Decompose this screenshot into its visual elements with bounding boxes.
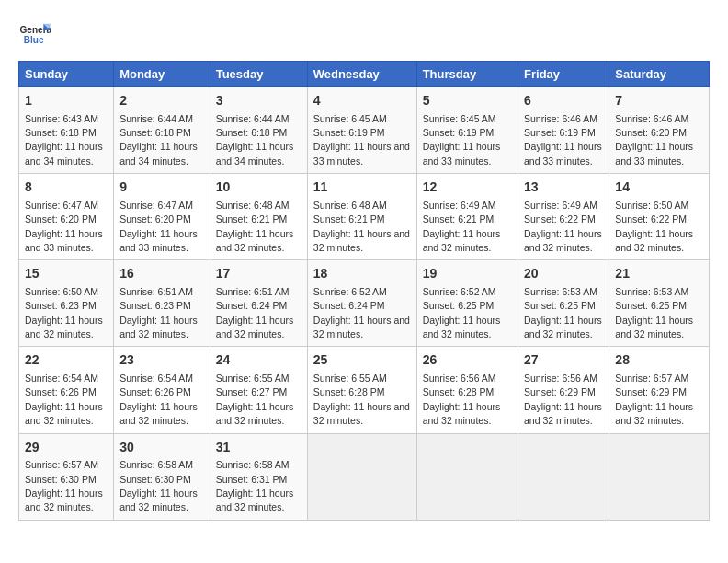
calendar-cell: 5Sunrise: 6:45 AMSunset: 6:19 PMDaylight…	[416, 87, 518, 174]
calendar-cell	[416, 433, 518, 520]
calendar-cell: 18Sunrise: 6:52 AMSunset: 6:24 PMDayligh…	[307, 260, 416, 347]
day-info: Sunrise: 6:50 AMSunset: 6:22 PMDaylight:…	[615, 200, 693, 253]
day-info: Sunrise: 6:48 AMSunset: 6:21 PMDaylight:…	[216, 200, 294, 253]
calendar-cell: 19Sunrise: 6:52 AMSunset: 6:25 PMDayligh…	[416, 260, 518, 347]
calendar-cell: 10Sunrise: 6:48 AMSunset: 6:21 PMDayligh…	[210, 174, 307, 260]
calendar-body: 1Sunrise: 6:43 AMSunset: 6:18 PMDaylight…	[19, 87, 710, 521]
day-info: Sunrise: 6:44 AMSunset: 6:18 PMDaylight:…	[119, 113, 198, 167]
calendar-cell: 14Sunrise: 6:50 AMSunset: 6:22 PMDayligh…	[609, 174, 710, 260]
day-info: Sunrise: 6:43 AMSunset: 6:18 PMDaylight:…	[25, 113, 103, 167]
calendar-table: Sunday Monday Tuesday Wednesday Thursday…	[18, 61, 710, 521]
day-number: 10	[216, 178, 301, 197]
day-number: 15	[25, 265, 108, 283]
day-number: 5	[423, 92, 512, 110]
calendar-cell: 13Sunrise: 6:49 AMSunset: 6:22 PMDayligh…	[518, 174, 609, 260]
calendar-cell: 3Sunrise: 6:44 AMSunset: 6:18 PMDaylight…	[210, 87, 307, 174]
col-sunday: Sunday	[19, 62, 114, 87]
day-number: 23	[119, 351, 204, 370]
day-number: 21	[615, 265, 703, 283]
calendar-cell: 31Sunrise: 6:58 AMSunset: 6:31 PMDayligh…	[210, 433, 307, 520]
calendar-cell: 20Sunrise: 6:53 AMSunset: 6:25 PMDayligh…	[518, 260, 609, 347]
calendar-cell: 8Sunrise: 6:47 AMSunset: 6:20 PMDaylight…	[19, 174, 114, 260]
day-number: 7	[615, 92, 703, 110]
day-number: 16	[119, 265, 204, 283]
day-info: Sunrise: 6:44 AMSunset: 6:18 PMDaylight:…	[216, 113, 294, 167]
day-info: Sunrise: 6:56 AMSunset: 6:28 PMDaylight:…	[423, 373, 501, 426]
day-number: 17	[216, 265, 301, 283]
day-info: Sunrise: 6:46 AMSunset: 6:20 PMDaylight:…	[615, 113, 693, 167]
calendar-week-row: 1Sunrise: 6:43 AMSunset: 6:18 PMDaylight…	[19, 87, 710, 174]
day-info: Sunrise: 6:51 AMSunset: 6:23 PMDaylight:…	[119, 286, 198, 339]
calendar-cell: 1Sunrise: 6:43 AMSunset: 6:18 PMDaylight…	[19, 87, 114, 174]
day-info: Sunrise: 6:48 AMSunset: 6:21 PMDaylight:…	[313, 200, 410, 253]
day-number: 13	[524, 178, 603, 197]
header-row: Sunday Monday Tuesday Wednesday Thursday…	[19, 62, 710, 87]
calendar-cell	[518, 433, 609, 520]
day-number: 20	[524, 265, 603, 283]
calendar-cell: 12Sunrise: 6:49 AMSunset: 6:21 PMDayligh…	[416, 174, 518, 260]
day-info: Sunrise: 6:49 AMSunset: 6:22 PMDaylight:…	[524, 200, 602, 253]
day-number: 12	[423, 178, 512, 197]
day-number: 14	[615, 178, 703, 197]
day-info: Sunrise: 6:46 AMSunset: 6:19 PMDaylight:…	[524, 113, 602, 167]
calendar-cell: 15Sunrise: 6:50 AMSunset: 6:23 PMDayligh…	[19, 260, 114, 347]
day-number: 1	[25, 92, 108, 110]
day-info: Sunrise: 6:58 AMSunset: 6:31 PMDaylight:…	[216, 459, 294, 512]
day-number: 18	[313, 265, 411, 283]
day-info: Sunrise: 6:54 AMSunset: 6:26 PMDaylight:…	[25, 373, 103, 426]
day-info: Sunrise: 6:56 AMSunset: 6:29 PMDaylight:…	[524, 373, 602, 426]
col-friday: Friday	[518, 62, 609, 87]
day-number: 3	[216, 92, 301, 110]
calendar-week-row: 8Sunrise: 6:47 AMSunset: 6:20 PMDaylight…	[19, 174, 710, 260]
day-info: Sunrise: 6:45 AMSunset: 6:19 PMDaylight:…	[313, 113, 410, 167]
day-number: 9	[119, 178, 204, 197]
calendar-cell	[307, 433, 416, 520]
calendar-cell: 6Sunrise: 6:46 AMSunset: 6:19 PMDaylight…	[518, 87, 609, 174]
calendar-cell: 2Sunrise: 6:44 AMSunset: 6:18 PMDaylight…	[114, 87, 210, 174]
calendar-cell: 25Sunrise: 6:55 AMSunset: 6:28 PMDayligh…	[307, 347, 416, 433]
day-info: Sunrise: 6:54 AMSunset: 6:26 PMDaylight:…	[119, 373, 198, 426]
day-number: 24	[216, 351, 301, 370]
day-info: Sunrise: 6:45 AMSunset: 6:19 PMDaylight:…	[423, 113, 501, 167]
day-number: 19	[423, 265, 512, 283]
day-info: Sunrise: 6:53 AMSunset: 6:25 PMDaylight:…	[615, 286, 693, 339]
day-info: Sunrise: 6:57 AMSunset: 6:29 PMDaylight:…	[615, 373, 693, 426]
calendar-cell: 7Sunrise: 6:46 AMSunset: 6:20 PMDaylight…	[609, 87, 710, 174]
calendar-cell: 29Sunrise: 6:57 AMSunset: 6:30 PMDayligh…	[19, 433, 114, 520]
calendar-cell: 21Sunrise: 6:53 AMSunset: 6:25 PMDayligh…	[609, 260, 710, 347]
day-info: Sunrise: 6:47 AMSunset: 6:20 PMDaylight:…	[119, 200, 198, 253]
day-info: Sunrise: 6:49 AMSunset: 6:21 PMDaylight:…	[423, 200, 501, 253]
page-header: General Blue	[18, 18, 710, 52]
day-number: 8	[25, 178, 108, 197]
calendar-cell: 17Sunrise: 6:51 AMSunset: 6:24 PMDayligh…	[210, 260, 307, 347]
calendar-cell: 9Sunrise: 6:47 AMSunset: 6:20 PMDaylight…	[114, 174, 210, 260]
calendar-week-row: 22Sunrise: 6:54 AMSunset: 6:26 PMDayligh…	[19, 347, 710, 433]
calendar-cell	[609, 433, 710, 520]
day-number: 2	[119, 92, 204, 110]
day-number: 27	[524, 351, 603, 370]
calendar-cell: 28Sunrise: 6:57 AMSunset: 6:29 PMDayligh…	[609, 347, 710, 433]
col-monday: Monday	[114, 62, 210, 87]
day-info: Sunrise: 6:55 AMSunset: 6:28 PMDaylight:…	[313, 373, 410, 426]
day-info: Sunrise: 6:52 AMSunset: 6:25 PMDaylight:…	[423, 286, 501, 339]
day-info: Sunrise: 6:58 AMSunset: 6:30 PMDaylight:…	[119, 459, 198, 512]
day-info: Sunrise: 6:50 AMSunset: 6:23 PMDaylight:…	[25, 286, 103, 339]
calendar-week-row: 15Sunrise: 6:50 AMSunset: 6:23 PMDayligh…	[19, 260, 710, 347]
calendar-cell: 11Sunrise: 6:48 AMSunset: 6:21 PMDayligh…	[307, 174, 416, 260]
col-thursday: Thursday	[416, 62, 518, 87]
calendar-cell: 30Sunrise: 6:58 AMSunset: 6:30 PMDayligh…	[114, 433, 210, 520]
day-info: Sunrise: 6:52 AMSunset: 6:24 PMDaylight:…	[313, 286, 410, 339]
day-number: 11	[313, 178, 411, 197]
day-info: Sunrise: 6:55 AMSunset: 6:27 PMDaylight:…	[216, 373, 294, 426]
day-info: Sunrise: 6:57 AMSunset: 6:30 PMDaylight:…	[25, 459, 103, 512]
day-number: 6	[524, 92, 603, 110]
logo-icon: General Blue	[18, 18, 51, 52]
col-tuesday: Tuesday	[210, 62, 307, 87]
day-info: Sunrise: 6:53 AMSunset: 6:25 PMDaylight:…	[524, 286, 602, 339]
calendar-cell: 22Sunrise: 6:54 AMSunset: 6:26 PMDayligh…	[19, 347, 114, 433]
calendar-cell: 26Sunrise: 6:56 AMSunset: 6:28 PMDayligh…	[416, 347, 518, 433]
day-number: 22	[25, 351, 108, 370]
calendar-cell: 24Sunrise: 6:55 AMSunset: 6:27 PMDayligh…	[210, 347, 307, 433]
calendar-header: Sunday Monday Tuesday Wednesday Thursday…	[19, 62, 710, 87]
day-number: 4	[313, 92, 411, 110]
